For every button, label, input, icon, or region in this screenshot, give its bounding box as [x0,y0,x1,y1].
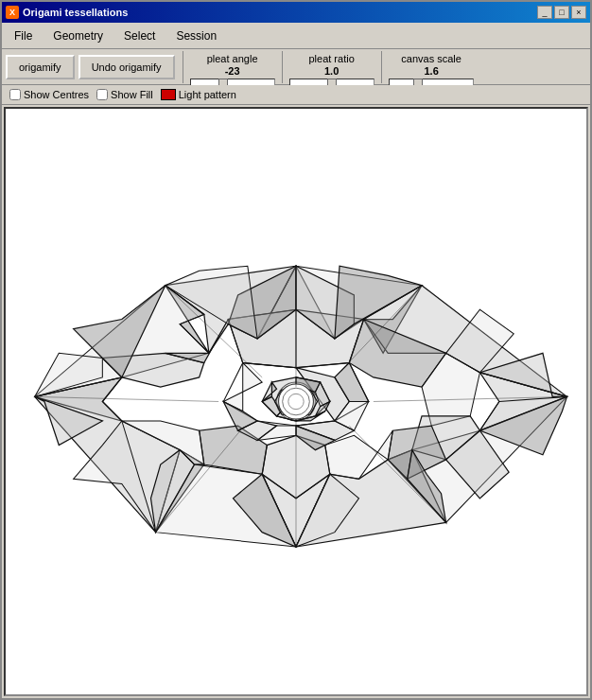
show-centres-checkbox[interactable] [9,89,21,100]
pleat-angle-value: -23 [225,65,240,77]
app-icon: X [6,6,19,19]
title-bar: X Origami tessellations _ □ × [2,2,590,23]
svg-marker-38 [223,363,262,411]
menu-bar: File Geometry Select Session [2,23,590,49]
pleat-ratio-label: pleat ratio [308,53,354,64]
pleat-ratio-control: pleat ratio 1.0 [283,51,382,83]
origami-svg: .fold { stroke: #111; stroke-width: 1.2;… [6,109,586,694]
menu-select[interactable]: Select [113,26,165,46]
pleat-angle-label: pleat angle [207,53,258,64]
undo-origamify-button[interactable]: Undo origamify [78,55,175,79]
minimize-button[interactable]: _ [537,6,552,19]
maximize-button[interactable]: □ [554,6,569,19]
light-pattern-group: Light pattern [161,89,236,100]
close-button[interactable]: × [571,6,586,19]
origamify-button[interactable]: origamify [6,55,75,79]
main-window: X Origami tessellations _ □ × File Geome… [0,0,592,700]
show-fill-text: Show Fill [111,89,153,100]
show-fill-checkbox[interactable] [96,89,108,100]
svg-point-48 [279,384,314,419]
title-buttons: _ □ × [537,6,586,19]
canvas-scale-control: canvas scale 1.6 [382,51,481,83]
pleat-ratio-value: 1.0 [324,65,339,77]
menu-session[interactable]: Session [165,26,227,46]
menu-file[interactable]: File [4,26,43,46]
show-centres-text: Show Centres [24,89,89,100]
pleat-angle-control: pleat angle -23 [183,51,283,83]
toolbar: origamify Undo origamify pleat angle -23… [2,49,590,85]
title-bar-left: X Origami tessellations [6,6,128,19]
show-centres-label[interactable]: Show Centres [9,89,89,100]
show-fill-label[interactable]: Show Fill [96,89,153,100]
canvas-scale-value: 1.6 [424,65,438,77]
menu-geometry[interactable]: Geometry [43,26,113,46]
light-pattern-text: Light pattern [179,89,236,100]
canvas-area[interactable]: .fold { stroke: #111; stroke-width: 1.2;… [4,107,588,696]
checkbox-row: Show Centres Show Fill Light pattern [2,85,590,105]
canvas-scale-label: canvas scale [401,53,461,64]
light-pattern-swatch[interactable] [161,89,176,100]
window-title: Origami tessellations [23,7,128,18]
